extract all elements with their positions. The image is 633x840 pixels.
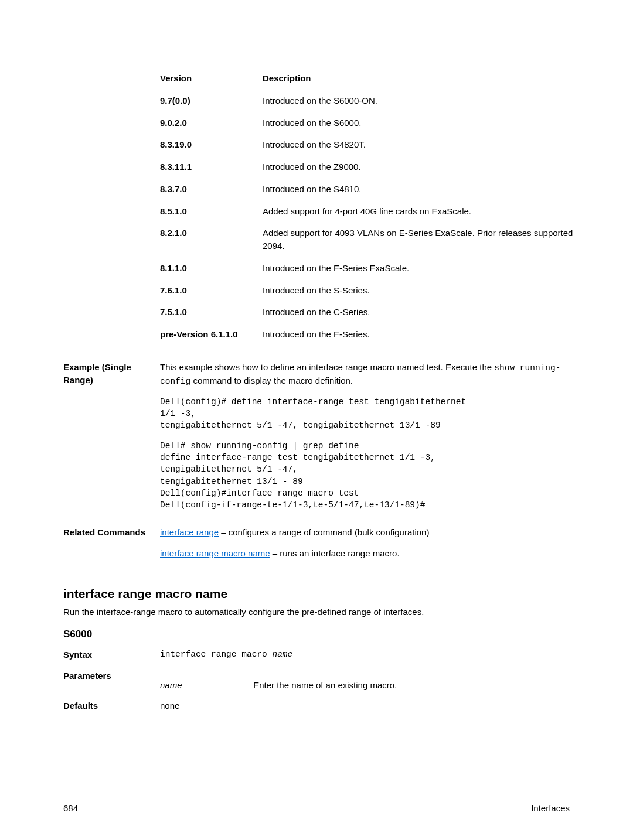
syntax-label: Syntax: [63, 648, 160, 661]
table-row: 8.2.1.0 Added support for 4093 VLANs on …: [160, 222, 576, 257]
parameters-content: name Enter the name of an existing macro…: [160, 670, 570, 692]
example-code-block-1: Dell(config)# define interface-range tes…: [160, 396, 570, 432]
table-row: 7.5.1.0 Introduced on the C-Series.: [160, 301, 576, 323]
section-heading: interface range macro name: [63, 587, 570, 601]
related-commands-label: Related Commands: [63, 526, 160, 560]
syntax-value: interface range macro name: [160, 648, 570, 661]
syntax-row: Syntax interface range macro name: [63, 648, 570, 661]
interface-range-macro-name-link[interactable]: interface range macro name: [160, 548, 270, 558]
defaults-row: Defaults none: [63, 699, 570, 712]
defaults-value: none: [160, 699, 570, 712]
version-history-table: Version Description 9.7(0.0) Introduced …: [160, 67, 576, 346]
defaults-label: Defaults: [63, 699, 160, 712]
table-row: 8.3.19.0 Introduced on the S4820T.: [160, 134, 576, 156]
example-intro-pre: This example shows how to define an inte…: [160, 362, 494, 372]
table-row: 8.3.7.0 Introduced on the S4810.: [160, 178, 576, 200]
table-row: 8.1.1.0 Introduced on the E-Series ExaSc…: [160, 257, 576, 279]
example-section: Example (Single Range) This example show…: [63, 361, 570, 511]
page-footer: 684 Interfaces: [63, 803, 570, 813]
param-name: name: [160, 679, 251, 692]
related-commands-section: Related Commands interface range – confi…: [63, 526, 570, 560]
example-intro-post: command to display the macro definition.: [190, 375, 353, 385]
interface-range-link[interactable]: interface range: [160, 527, 219, 537]
related-commands-content: interface range – configures a range of …: [160, 526, 570, 560]
example-label: Example (Single Range): [63, 361, 160, 511]
interface-range-desc: – configures a range of command (bulk co…: [219, 527, 429, 537]
param-desc: Enter the name of an existing macro.: [253, 680, 397, 690]
section-description: Run the interface-range macro to automat…: [63, 607, 570, 617]
table-row: 9.7(0.0) Introduced on the S6000-ON.: [160, 90, 576, 112]
parameters-label: Parameters: [63, 670, 160, 692]
table-row: pre-Version 6.1.1.0 Introduced on the E-…: [160, 323, 576, 346]
parameters-row: Parameters name Enter the name of an exi…: [63, 670, 570, 692]
footer-title: Interfaces: [531, 803, 570, 813]
table-header-version: Version: [160, 67, 263, 90]
table-header-description: Description: [263, 67, 576, 90]
table-row: 8.3.11.1 Introduced on the Z9000.: [160, 156, 576, 178]
page-number: 684: [63, 803, 78, 813]
model-heading: S6000: [63, 629, 570, 640]
example-code-block-2: Dell# show running-config | grep define …: [160, 440, 570, 511]
table-row: 8.5.1.0 Added support for 4-port 40G lin…: [160, 200, 576, 223]
interface-range-macro-name-desc: – runs an interface range macro.: [270, 548, 400, 558]
table-row: 9.0.2.0 Introduced on the S6000.: [160, 112, 576, 134]
example-content: This example shows how to define an inte…: [160, 361, 570, 511]
table-row: 7.6.1.0 Introduced on the S-Series.: [160, 279, 576, 302]
